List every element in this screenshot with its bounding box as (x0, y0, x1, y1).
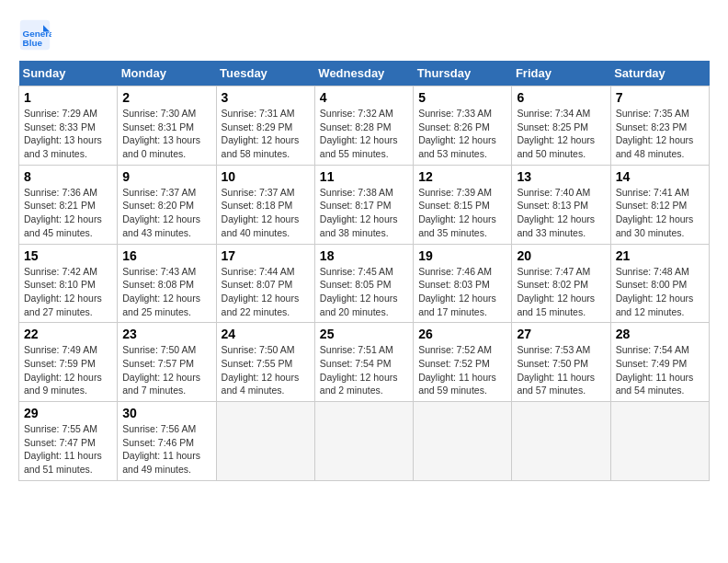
day-number: 29 (24, 406, 112, 420)
week-row-4: 22Sunrise: 7:49 AMSunset: 7:59 PMDayligh… (19, 323, 710, 402)
day-number: 12 (418, 169, 506, 184)
calendar-cell: 21Sunrise: 7:48 AMSunset: 8:00 PMDayligh… (610, 244, 709, 323)
day-number: 21 (616, 248, 704, 263)
day-number: 8 (24, 169, 112, 184)
day-info: Sunrise: 7:51 AMSunset: 7:54 PMDaylight:… (320, 343, 408, 397)
calendar-cell: 26Sunrise: 7:52 AMSunset: 7:52 PMDayligh… (414, 323, 512, 402)
day-info: Sunrise: 7:48 AMSunset: 8:00 PMDaylight:… (616, 265, 704, 319)
calendar-cell (512, 402, 610, 481)
day-info: Sunrise: 7:42 AMSunset: 8:10 PMDaylight:… (24, 265, 112, 319)
day-info: Sunrise: 7:54 AMSunset: 7:49 PMDaylight:… (616, 343, 704, 397)
day-info: Sunrise: 7:30 AMSunset: 8:31 PMDaylight:… (122, 107, 210, 161)
col-sunday: Sunday (19, 61, 118, 86)
day-number: 17 (222, 248, 310, 263)
day-number: 28 (616, 327, 704, 341)
day-info: Sunrise: 7:31 AMSunset: 8:29 PMDaylight:… (222, 107, 310, 161)
day-number: 15 (24, 248, 112, 263)
day-number: 26 (418, 327, 506, 341)
day-number: 20 (517, 248, 605, 263)
day-number: 10 (222, 169, 310, 184)
calendar-cell: 28Sunrise: 7:54 AMSunset: 7:49 PMDayligh… (610, 323, 709, 402)
day-number: 4 (320, 90, 408, 105)
calendar-cell: 5Sunrise: 7:33 AMSunset: 8:26 PMDaylight… (414, 86, 512, 166)
calendar-cell: 4Sunrise: 7:32 AMSunset: 8:28 PMDaylight… (314, 86, 413, 166)
day-info: Sunrise: 7:50 AMSunset: 7:55 PMDaylight:… (222, 343, 310, 397)
week-row-5: 29Sunrise: 7:55 AMSunset: 7:47 PMDayligh… (19, 402, 710, 481)
day-info: Sunrise: 7:35 AMSunset: 8:23 PMDaylight:… (616, 107, 704, 161)
logo: General Blue (18, 18, 53, 52)
day-number: 14 (616, 169, 704, 184)
day-number: 19 (418, 248, 506, 263)
day-info: Sunrise: 7:29 AMSunset: 8:33 PMDaylight:… (24, 107, 112, 161)
day-number: 23 (122, 327, 210, 341)
day-info: Sunrise: 7:37 AMSunset: 8:18 PMDaylight:… (222, 186, 310, 240)
day-info: Sunrise: 7:36 AMSunset: 8:21 PMDaylight:… (24, 186, 112, 240)
calendar-cell: 1Sunrise: 7:29 AMSunset: 8:33 PMDaylight… (19, 86, 118, 166)
calendar-cell: 13Sunrise: 7:40 AMSunset: 8:13 PMDayligh… (512, 165, 610, 244)
day-info: Sunrise: 7:38 AMSunset: 8:17 PMDaylight:… (320, 186, 408, 240)
calendar-cell (314, 402, 413, 481)
day-number: 11 (320, 169, 408, 184)
calendar-cell: 20Sunrise: 7:47 AMSunset: 8:02 PMDayligh… (512, 244, 610, 323)
day-info: Sunrise: 7:32 AMSunset: 8:28 PMDaylight:… (320, 107, 408, 161)
day-number: 30 (122, 406, 210, 420)
calendar-cell: 11Sunrise: 7:38 AMSunset: 8:17 PMDayligh… (314, 165, 413, 244)
day-info: Sunrise: 7:34 AMSunset: 8:25 PMDaylight:… (517, 107, 605, 161)
day-info: Sunrise: 7:33 AMSunset: 8:26 PMDaylight:… (418, 107, 506, 161)
day-number: 3 (222, 90, 310, 105)
col-friday: Friday (512, 61, 610, 86)
day-number: 6 (517, 90, 605, 105)
day-number: 5 (418, 90, 506, 105)
col-thursday: Thursday (414, 61, 512, 86)
week-row-3: 15Sunrise: 7:42 AMSunset: 8:10 PMDayligh… (19, 244, 710, 323)
day-number: 2 (122, 90, 210, 105)
day-number: 13 (517, 169, 605, 184)
calendar-cell: 24Sunrise: 7:50 AMSunset: 7:55 PMDayligh… (216, 323, 314, 402)
calendar-cell: 8Sunrise: 7:36 AMSunset: 8:21 PMDaylight… (19, 165, 118, 244)
calendar-cell: 2Sunrise: 7:30 AMSunset: 8:31 PMDaylight… (118, 86, 216, 166)
col-wednesday: Wednesday (314, 61, 413, 86)
calendar-cell: 12Sunrise: 7:39 AMSunset: 8:15 PMDayligh… (414, 165, 512, 244)
calendar-cell: 27Sunrise: 7:53 AMSunset: 7:50 PMDayligh… (512, 323, 610, 402)
day-info: Sunrise: 7:52 AMSunset: 7:52 PMDaylight:… (418, 343, 506, 397)
day-number: 27 (517, 327, 605, 341)
calendar-table: Sunday Monday Tuesday Wednesday Thursday… (18, 61, 710, 481)
calendar-cell: 9Sunrise: 7:37 AMSunset: 8:20 PMDaylight… (118, 165, 216, 244)
calendar-cell: 15Sunrise: 7:42 AMSunset: 8:10 PMDayligh… (19, 244, 118, 323)
calendar-cell: 6Sunrise: 7:34 AMSunset: 8:25 PMDaylight… (512, 86, 610, 166)
calendar-cell: 3Sunrise: 7:31 AMSunset: 8:29 PMDaylight… (216, 86, 314, 166)
calendar-cell: 16Sunrise: 7:43 AMSunset: 8:08 PMDayligh… (118, 244, 216, 323)
day-info: Sunrise: 7:44 AMSunset: 8:07 PMDaylight:… (222, 265, 310, 319)
day-info: Sunrise: 7:46 AMSunset: 8:03 PMDaylight:… (418, 265, 506, 319)
calendar-cell: 30Sunrise: 7:56 AMSunset: 7:46 PMDayligh… (118, 402, 216, 481)
calendar-cell (610, 402, 709, 481)
day-info: Sunrise: 7:37 AMSunset: 8:20 PMDaylight:… (122, 186, 210, 240)
week-row-2: 8Sunrise: 7:36 AMSunset: 8:21 PMDaylight… (19, 165, 710, 244)
day-number: 22 (24, 327, 112, 341)
calendar-cell: 14Sunrise: 7:41 AMSunset: 8:12 PMDayligh… (610, 165, 709, 244)
day-info: Sunrise: 7:43 AMSunset: 8:08 PMDaylight:… (122, 265, 210, 319)
day-info: Sunrise: 7:49 AMSunset: 7:59 PMDaylight:… (24, 343, 112, 397)
day-number: 1 (24, 90, 112, 105)
day-info: Sunrise: 7:50 AMSunset: 7:57 PMDaylight:… (122, 343, 210, 397)
day-number: 9 (122, 169, 210, 184)
day-number: 18 (320, 248, 408, 263)
day-number: 7 (616, 90, 704, 105)
day-info: Sunrise: 7:56 AMSunset: 7:46 PMDaylight:… (122, 422, 210, 477)
calendar-cell: 7Sunrise: 7:35 AMSunset: 8:23 PMDaylight… (610, 86, 709, 166)
day-info: Sunrise: 7:45 AMSunset: 8:05 PMDaylight:… (320, 265, 408, 319)
calendar-cell (216, 402, 314, 481)
day-info: Sunrise: 7:39 AMSunset: 8:15 PMDaylight:… (418, 186, 506, 240)
day-number: 25 (320, 327, 408, 341)
week-row-1: 1Sunrise: 7:29 AMSunset: 8:33 PMDaylight… (19, 86, 710, 166)
calendar-cell: 18Sunrise: 7:45 AMSunset: 8:05 PMDayligh… (314, 244, 413, 323)
calendar-cell: 17Sunrise: 7:44 AMSunset: 8:07 PMDayligh… (216, 244, 314, 323)
col-monday: Monday (118, 61, 216, 86)
day-info: Sunrise: 7:55 AMSunset: 7:47 PMDaylight:… (24, 422, 112, 477)
calendar-cell: 23Sunrise: 7:50 AMSunset: 7:57 PMDayligh… (118, 323, 216, 402)
col-tuesday: Tuesday (216, 61, 314, 86)
day-info: Sunrise: 7:47 AMSunset: 8:02 PMDaylight:… (517, 265, 605, 319)
svg-text:Blue: Blue (23, 38, 43, 48)
day-info: Sunrise: 7:41 AMSunset: 8:12 PMDaylight:… (616, 186, 704, 240)
day-info: Sunrise: 7:53 AMSunset: 7:50 PMDaylight:… (517, 343, 605, 397)
